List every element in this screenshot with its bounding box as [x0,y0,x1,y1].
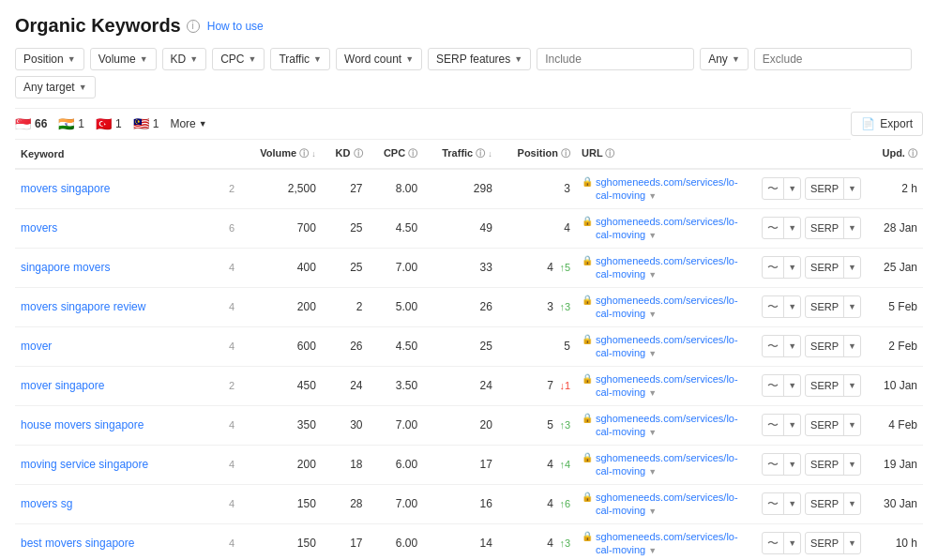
keyword-cell: house movers singapore [15,405,203,445]
url-link[interactable]: 🔒sghomeneeds.com/services/lo-cal-moving … [582,491,749,518]
position-cell: 3 [498,169,576,208]
flag-sg[interactable]: 🇸🇬 66 [15,116,47,131]
url-link[interactable]: 🔒sghomeneeds.com/services/lo-cal-moving … [582,215,749,242]
filter-volume[interactable]: Volume ▼ [90,48,157,70]
position-cell: 5 ↑3 [498,405,576,445]
serp-button[interactable]: SERP ▼ [805,217,861,239]
pos-change-up: ↑5 [559,262,570,273]
trend-chart-icon: 〜 [763,533,784,553]
col-num-cell: 4 [203,445,240,484]
cpc-cell: 7.00 [369,248,424,287]
flag-tr[interactable]: 🇹🇷 1 [96,116,122,131]
serp-button[interactable]: SERP ▼ [805,256,861,279]
filter-kd[interactable]: KD ▼ [162,48,207,70]
url-chevron-icon: ▼ [648,428,657,437]
serp-chevron-icon: ▼ [844,533,860,553]
url-link[interactable]: 🔒sghomeneeds.com/services/lo-cal-moving … [582,372,749,400]
serp-button[interactable]: SERP ▼ [805,453,861,476]
serp-button[interactable]: SERP ▼ [805,295,861,318]
traffic-info-icon[interactable]: ⓘ [476,148,485,159]
serp-button[interactable]: SERP ▼ [805,335,861,357]
export-button[interactable]: 📄 Export [851,112,923,136]
more-button[interactable]: More ▼ [170,117,206,130]
how-to-link[interactable]: How to use [207,20,264,33]
chart-button[interactable]: 〜 ▼ [762,335,801,357]
keyword-link[interactable]: movers singapore [21,182,110,195]
filter-word-count[interactable]: Word count ▼ [336,48,422,70]
filter-traffic[interactable]: Traffic ▼ [270,48,330,70]
filter-serp-features[interactable]: SERP features ▼ [428,48,531,70]
volume-info-icon[interactable]: ⓘ [299,148,309,159]
chart-button[interactable]: 〜 ▼ [762,532,801,554]
keyword-cell: best movers singapore [15,523,203,560]
serp-chevron-icon: ▼ [844,375,860,396]
flag-my[interactable]: 🇲🇾 1 [133,116,159,131]
lock-icon: 🔒 [582,255,593,265]
serp-button[interactable]: SERP ▼ [805,177,861,200]
keyword-cell: movers sg [15,484,203,523]
serp-button[interactable]: SERP ▼ [805,532,861,554]
keyword-link[interactable]: mover [21,340,52,353]
position-chevron-icon: ▼ [68,54,76,64]
position-cell: 4 ↑5 [498,248,576,287]
keyword-link[interactable]: singapore movers [21,261,110,274]
chart-button[interactable]: 〜 ▼ [762,374,801,397]
url-cell: 🔒sghomeneeds.com/services/lo-cal-moving … [576,326,754,366]
traffic-cell: 14 [423,523,498,560]
chart-button[interactable]: 〜 ▼ [762,295,801,318]
url-link[interactable]: 🔒sghomeneeds.com/services/lo-cal-moving … [582,294,749,321]
keyword-link[interactable]: movers sg [21,497,72,510]
keyword-link[interactable]: mover singapore [21,379,104,392]
title-info-icon[interactable]: i [187,20,200,33]
chart-button[interactable]: 〜 ▼ [762,177,801,200]
any-target-filter[interactable]: Any target ▼ [15,76,96,98]
chart-button[interactable]: 〜 ▼ [762,453,801,476]
position-cell: 4 ↑3 [498,523,576,560]
chart-button[interactable]: 〜 ▼ [762,492,801,515]
keyword-link[interactable]: best movers singapore [21,537,134,550]
filter-cpc[interactable]: CPC ▼ [212,48,265,70]
keyword-link[interactable]: movers singapore review [21,300,145,313]
exclude-input[interactable] [754,48,912,70]
trend-chart-icon: 〜 [763,336,784,356]
keyword-link[interactable]: moving service singapore [21,458,148,471]
serp-button[interactable]: SERP ▼ [805,414,861,436]
url-chevron-icon: ▼ [648,467,657,477]
chart-button[interactable]: 〜 ▼ [762,256,801,279]
position-cell: 4 [498,208,576,248]
url-link[interactable]: 🔒sghomeneeds.com/services/lo-cal-moving … [582,175,749,203]
keyword-link[interactable]: movers [21,221,57,235]
updated-cell: 30 Jan [867,484,923,523]
traffic-sort-icon[interactable]: ↓ [488,149,492,159]
table-row: movers singapore review420025.00263 ↑3🔒s… [15,287,923,326]
url-link[interactable]: 🔒sghomeneeds.com/services/lo-cal-moving … [582,451,749,478]
updated-info-icon[interactable]: ⓘ [908,148,917,159]
position-info-icon[interactable]: ⓘ [561,148,570,159]
any-filter[interactable]: Any ▼ [700,48,749,70]
chart-chevron-icon: ▼ [784,257,800,278]
updated-cell: 19 Jan [867,445,923,484]
keyword-link[interactable]: house movers singapore [21,418,144,431]
flag-in[interactable]: 🇮🇳 1 [58,116,84,131]
chart-button[interactable]: 〜 ▼ [762,414,801,436]
serp-label: SERP [806,493,844,514]
include-input[interactable] [537,48,694,70]
chart-chevron-icon: ▼ [784,454,800,475]
url-link[interactable]: 🔒sghomeneeds.com/services/lo-cal-moving … [582,530,749,557]
filter-position[interactable]: Position ▼ [15,48,84,70]
updated-cell: 10 h [867,523,923,560]
url-link[interactable]: 🔒sghomeneeds.com/services/lo-cal-moving … [582,412,749,439]
chart-button[interactable]: 〜 ▼ [762,217,801,239]
trend-chart-icon: 〜 [763,178,784,199]
cpc-info-icon[interactable]: ⓘ [408,148,417,159]
url-link[interactable]: 🔒sghomeneeds.com/services/lo-cal-moving … [582,333,749,360]
volume-sort-icon[interactable]: ↓ [311,149,316,159]
serp-button[interactable]: SERP ▼ [805,492,861,515]
kd-info-icon[interactable]: ⓘ [354,148,363,159]
col-keyword: Keyword [15,140,203,169]
url-info-icon[interactable]: ⓘ [605,148,614,159]
serp-label: SERP [806,178,844,199]
serp-button[interactable]: SERP ▼ [805,374,861,397]
url-link[interactable]: 🔒sghomeneeds.com/services/lo-cal-moving … [582,254,749,281]
traffic-cell: 33 [423,248,498,287]
